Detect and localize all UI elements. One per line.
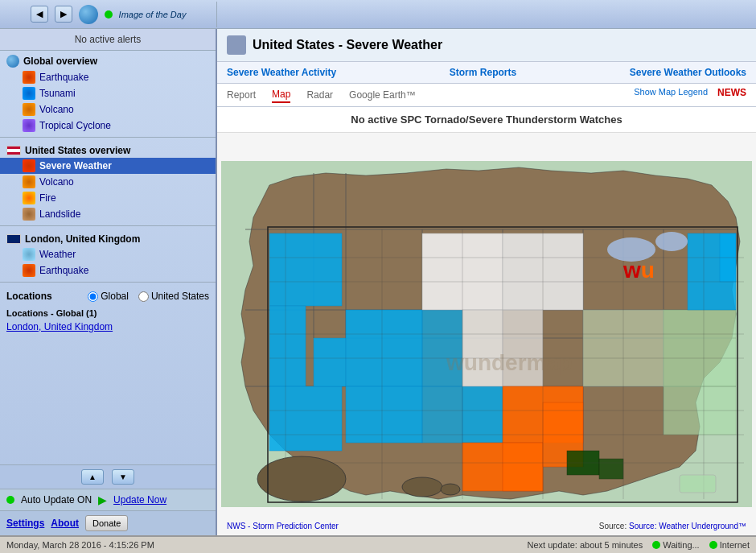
right-panel: United States - Severe Weather Severe We… (217, 29, 756, 535)
subtab-map[interactable]: Map (272, 87, 290, 103)
tsunami-label: Tsunami (39, 88, 76, 99)
forward-button[interactable]: ▶ (55, 6, 72, 23)
internet-dot (709, 541, 717, 549)
svg-rect-15 (314, 338, 346, 386)
global-globe-icon (6, 55, 19, 68)
tab-outlooks[interactable]: Severe Weather Outlooks (630, 67, 746, 78)
radio-global-label[interactable]: Global (88, 291, 129, 302)
sidebar-item-tropical-cyclone[interactable]: Tropical Cyclone (0, 118, 216, 134)
donate-button[interactable]: Donate (85, 515, 128, 531)
back-button[interactable]: ◀ (31, 6, 48, 23)
svg-rect-13 (269, 306, 306, 386)
subtab-report[interactable]: Report (227, 88, 256, 102)
main-nav-tabs: Severe Weather Activity Storm Reports Se… (217, 62, 756, 84)
about-button[interactable]: About (51, 518, 79, 529)
svg-rect-19 (422, 386, 462, 443)
volcano-global-label: Volcano (39, 104, 74, 115)
divider-1 (0, 137, 216, 138)
radio-global[interactable] (88, 291, 98, 302)
uk-flag-icon (6, 234, 21, 244)
svg-point-49 (257, 456, 346, 501)
us-map-svg: wu wundermap (221, 137, 752, 531)
auto-update-bar: Auto Update ON ▶ Update Now (0, 489, 216, 510)
svg-rect-27 (503, 443, 543, 491)
earthquake-label: Earthquake (39, 72, 88, 83)
us-section-title: United States overview (25, 145, 130, 156)
panel-icon (227, 35, 246, 55)
news-link[interactable]: NEWS (717, 87, 746, 98)
sidebar-item-severe-weather[interactable]: Severe Weather (0, 158, 216, 174)
landslide-icon (23, 208, 35, 221)
svg-point-56 (607, 237, 655, 262)
status-right: Next update: about 5 minutes Waiting... … (528, 540, 750, 550)
nav-up-button[interactable]: ▲ (81, 469, 104, 485)
cyclone-label: Tropical Cyclone (39, 120, 111, 131)
waiting-dot (652, 541, 660, 549)
status-datetime: Monday, March 28 2016 - 4:15:26 PM (6, 540, 154, 550)
show-map-legend[interactable]: Show Map Legend (634, 87, 708, 97)
svg-rect-20 (462, 386, 503, 443)
watch-notice: No active SPC Tornado/Severe Thunderstor… (217, 107, 756, 133)
svg-rect-33 (599, 459, 623, 479)
svg-point-50 (402, 477, 442, 497)
cyclone-icon (23, 119, 35, 132)
app-container: ◀ ▶ Image of the Day No active alerts Gl… (0, 0, 756, 553)
svg-rect-14 (269, 386, 342, 451)
header-left: ◀ ▶ Image of the Day (0, 2, 217, 27)
status-bar: Monday, March 28 2016 - 4:15:26 PM Next … (0, 535, 756, 553)
status-circle (105, 10, 113, 19)
weather-icon (23, 248, 35, 261)
svg-rect-12 (269, 233, 342, 306)
global-section-title: Global overview (23, 56, 97, 67)
weather-london-label: Weather (39, 249, 76, 260)
svg-rect-29 (664, 310, 736, 386)
panel-title: United States - Severe Weather (253, 38, 442, 52)
nav-down-button[interactable]: ▼ (112, 469, 134, 485)
divider-3 (0, 282, 216, 283)
svg-rect-17 (346, 386, 422, 443)
location-london[interactable]: London, United Kingdom (6, 320, 209, 333)
tab-severe-activity[interactable]: Severe Weather Activity (227, 67, 336, 78)
svg-rect-16 (346, 310, 422, 386)
update-now-label[interactable]: Update Now (113, 494, 166, 506)
volcano-us-icon (23, 175, 35, 188)
subtab-google-earth[interactable]: Google Earth™ (349, 88, 416, 102)
radio-us-label[interactable]: United States (138, 291, 209, 302)
locations-section: Locations Global United States Locations… (0, 286, 216, 338)
fire-icon (23, 192, 35, 204)
us-flag-icon (6, 146, 21, 155)
sidebar-nav: ▲ ▼ (0, 464, 216, 489)
waiting-indicator: Waiting... (652, 540, 699, 550)
wu-source: Source: Source: Weather Underground™ (599, 522, 746, 530)
locations-list-title: Locations - Global (1) (6, 308, 209, 318)
volcano-us-label: Volcano (39, 176, 74, 188)
sidebar-item-earthquake-london[interactable]: Earthquake (0, 262, 216, 279)
london-section-title: London, United Kingdom (25, 233, 140, 245)
subtab-radar[interactable]: Radar (306, 88, 333, 102)
auto-update-dot (6, 496, 14, 504)
radio-us[interactable] (138, 291, 149, 302)
sidebar-item-landslide[interactable]: Landslide (0, 206, 216, 222)
sidebar-item-earthquake[interactable]: Earthquake (0, 69, 216, 85)
panel-header: United States - Severe Weather (217, 29, 756, 62)
sidebar-item-tsunami[interactable]: Tsunami (0, 85, 216, 101)
locations-title: Locations (6, 291, 52, 302)
sidebar-item-fire[interactable]: Fire (0, 190, 216, 206)
tab-storm-reports[interactable]: Storm Reports (450, 67, 516, 78)
severe-weather-icon (23, 159, 35, 172)
volcano-icon (23, 103, 35, 116)
sidebar: No active alerts Global overview Earthqu… (0, 29, 217, 535)
earthquake-icon (23, 71, 35, 84)
play-icon: ▶ (98, 493, 107, 506)
sidebar-item-volcano-us[interactable]: Volcano (0, 174, 216, 190)
map-container: wu wundermap NWS - Storm Prediction Cent… (217, 133, 756, 535)
settings-button[interactable]: Settings (6, 518, 44, 529)
sidebar-item-weather-london[interactable]: Weather (0, 246, 216, 262)
fire-label: Fire (39, 192, 56, 204)
sidebar-item-volcano-global[interactable]: Volcano (0, 101, 216, 118)
svg-text:wundermap: wundermap (446, 350, 573, 375)
radio-group: Global United States (88, 291, 209, 302)
image-of-day-label: Image of the Day (119, 10, 187, 19)
sub-tabs: Report Map Radar Google Earth™ Show Map … (217, 84, 756, 107)
no-alerts-label: No active alerts (0, 29, 216, 51)
